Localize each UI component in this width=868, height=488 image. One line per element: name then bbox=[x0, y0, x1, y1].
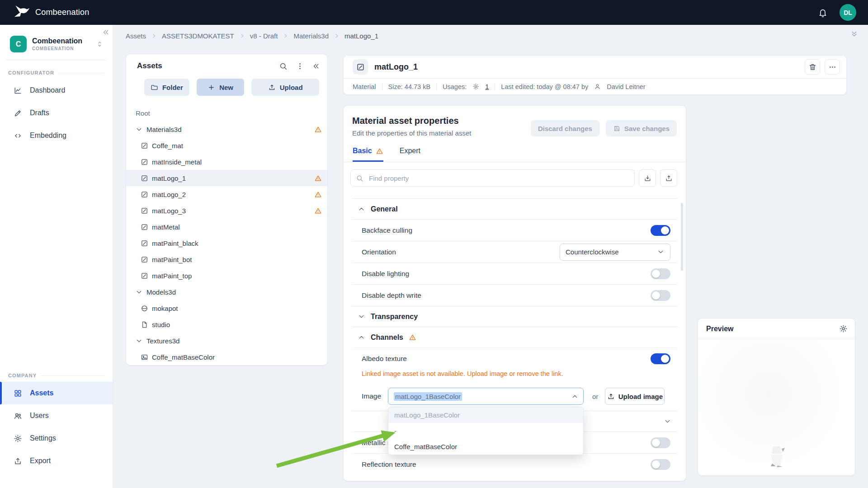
orientation-select[interactable]: Counterclockwise bbox=[560, 244, 670, 261]
chevron-right-icon bbox=[151, 33, 157, 39]
tree-item-coffe-mat[interactable]: Coffe_mat bbox=[126, 137, 327, 154]
brand-name: Combeenation bbox=[35, 8, 89, 17]
sidebar-item-assets[interactable]: Assets bbox=[0, 382, 113, 404]
import-properties-button[interactable] bbox=[639, 169, 656, 187]
tree-item-matmetal[interactable]: matMetal bbox=[126, 219, 327, 235]
gear-icon bbox=[472, 83, 479, 90]
tree-item-matpaint-bot[interactable]: matPaint_bot bbox=[126, 251, 327, 267]
reflection-texture-toggle[interactable] bbox=[651, 459, 670, 470]
assets-panel: Assets Folder New Upload bbox=[126, 54, 328, 366]
tree-item-matpaint-black[interactable]: matPaint_black bbox=[126, 235, 327, 251]
warning-icon bbox=[314, 126, 322, 133]
tree-item-textures3d[interactable]: Textures3d bbox=[126, 333, 327, 349]
sidebar-item-users[interactable]: Users bbox=[0, 404, 113, 427]
company-avatar: C bbox=[10, 36, 27, 52]
sidebar-item-settings[interactable]: Settings bbox=[0, 427, 113, 450]
row-reflection-texture: Reflection texture bbox=[352, 453, 678, 475]
sidebar: C Combeenation COMBEENATION CONFIGURATOR… bbox=[0, 25, 113, 488]
backface-culling-toggle[interactable] bbox=[651, 225, 670, 236]
disable-lighting-toggle[interactable] bbox=[651, 268, 670, 279]
row-backface-culling: Backface culling bbox=[352, 219, 678, 241]
folder-button[interactable]: Folder bbox=[144, 79, 189, 96]
scrollbar[interactable] bbox=[681, 203, 683, 271]
tree-item-root[interactable]: Root bbox=[126, 105, 327, 121]
user-avatar[interactable]: DL bbox=[840, 4, 856, 21]
chevron-down-icon bbox=[664, 418, 671, 425]
tree-item-matpaint-top[interactable]: matPaint_top bbox=[126, 267, 327, 284]
notifications-bell-icon[interactable] bbox=[818, 8, 828, 18]
preview-viewport[interactable] bbox=[698, 339, 855, 475]
tree-item-coffe-matbasecolor[interactable]: Coffe_matBaseColor bbox=[126, 349, 327, 365]
albedo-texture-toggle[interactable] bbox=[651, 353, 670, 364]
chevron-down-icon bbox=[657, 248, 665, 256]
assets-grid-icon bbox=[14, 389, 22, 398]
breadcrumb-item-draft[interactable]: v8 - Draft bbox=[250, 32, 278, 40]
assets-collapse-button[interactable] bbox=[312, 62, 320, 70]
metallic-roughness-toggle[interactable] bbox=[651, 437, 670, 448]
export-properties-button[interactable] bbox=[660, 169, 677, 187]
company-name: Combeenation bbox=[32, 37, 82, 45]
upload-icon bbox=[268, 84, 276, 91]
section-general[interactable]: General bbox=[352, 198, 678, 219]
image-link-combobox[interactable]: matLogo_1BaseColor bbox=[388, 388, 584, 405]
dropdown-option-matlogo-1basecolor[interactable]: matLogo_1BaseColor bbox=[388, 407, 583, 423]
breadcrumb-item-project[interactable]: ASSETS3DMOKATEST bbox=[162, 32, 234, 40]
preview-settings-button[interactable] bbox=[839, 324, 848, 333]
row-albedo-texture: Albedo texture bbox=[352, 347, 678, 369]
dropdown-option-none[interactable]: - bbox=[388, 423, 583, 439]
sidebar-item-export[interactable]: Export bbox=[0, 450, 113, 472]
tree-item-matinside-metal[interactable]: matInside_metal bbox=[126, 154, 327, 170]
dropdown-option-coffe-matbasecolor[interactable]: Coffe_matBaseColor bbox=[388, 439, 583, 455]
image-icon bbox=[141, 353, 148, 361]
breadcrumb-item-materials3d[interactable]: Materials3d bbox=[293, 32, 329, 40]
save-changes-button[interactable]: Save changes bbox=[606, 120, 677, 136]
upload-image-button[interactable]: Upload image bbox=[605, 388, 665, 405]
save-icon bbox=[613, 125, 621, 132]
new-button[interactable]: New bbox=[197, 79, 245, 96]
chevron-down-icon bbox=[135, 288, 143, 296]
upload-button[interactable]: Upload bbox=[251, 79, 319, 96]
tree-item-matlogo-1[interactable]: matLogo_1 bbox=[126, 170, 327, 186]
material-icon bbox=[141, 239, 148, 247]
code-icon bbox=[14, 131, 22, 140]
tree-item-models3d[interactable]: Models3d bbox=[126, 284, 327, 300]
company-subtitle: COMBEENATION bbox=[32, 46, 82, 51]
find-property-input[interactable] bbox=[350, 169, 635, 187]
warning-icon bbox=[314, 174, 322, 182]
tree-item-studio[interactable]: studio bbox=[126, 316, 327, 333]
chevron-up-icon bbox=[358, 333, 365, 341]
section-channels[interactable]: Channels bbox=[352, 327, 678, 347]
breadcrumb-item-assets[interactable]: Assets bbox=[126, 32, 146, 40]
collapse-sidebar-button[interactable] bbox=[102, 28, 110, 36]
discard-changes-button[interactable]: Discard changes bbox=[531, 120, 599, 136]
sidebar-item-drafts[interactable]: Drafts bbox=[0, 102, 113, 124]
linked-image-warning: Linked image asset is not available. Upl… bbox=[352, 369, 678, 382]
assets-search-button[interactable] bbox=[279, 62, 288, 70]
section-transparency[interactable]: Transparency bbox=[352, 306, 678, 327]
topbar: Combeenation DL bbox=[0, 0, 868, 25]
tab-expert[interactable]: Expert bbox=[400, 147, 420, 162]
brand[interactable]: Combeenation bbox=[12, 4, 89, 22]
chevron-up-icon bbox=[571, 393, 579, 400]
delete-asset-button[interactable] bbox=[805, 59, 820, 75]
disable-depth-write-toggle[interactable] bbox=[651, 290, 670, 301]
main-area: Assets ASSETS3DMOKATEST v8 - Draft Mater… bbox=[113, 25, 868, 488]
company-selector[interactable]: C Combeenation COMBEENATION bbox=[6, 36, 106, 60]
row-disable-depth-write: Disable depth write bbox=[352, 284, 678, 306]
expand-panel-button[interactable] bbox=[850, 30, 858, 38]
assets-kebab-menu-button[interactable] bbox=[296, 62, 304, 70]
material-properties-panel: Material asset properties Edit the prope… bbox=[343, 105, 686, 481]
more-actions-button[interactable] bbox=[825, 59, 840, 75]
screen: Combeenation DL C Combeenation COMBEENAT… bbox=[0, 0, 868, 488]
tree-item-matlogo-3[interactable]: matLogo_3 bbox=[126, 202, 327, 219]
tab-basic[interactable]: Basic bbox=[353, 147, 383, 162]
chevron-down-icon bbox=[358, 313, 365, 320]
section-label-configurator: CONFIGURATOR bbox=[8, 70, 104, 75]
usages-count-link[interactable]: 1 bbox=[485, 83, 489, 90]
search-icon bbox=[356, 174, 363, 182]
tree-item-mokapot[interactable]: mokapot bbox=[126, 300, 327, 316]
tree-item-matlogo-2[interactable]: matLogo_2 bbox=[126, 186, 327, 202]
sidebar-item-embedding[interactable]: Embedding bbox=[0, 124, 113, 147]
tree-item-materials3d[interactable]: Materials3d bbox=[126, 121, 327, 137]
sidebar-item-dashboard[interactable]: Dashboard bbox=[0, 79, 113, 102]
